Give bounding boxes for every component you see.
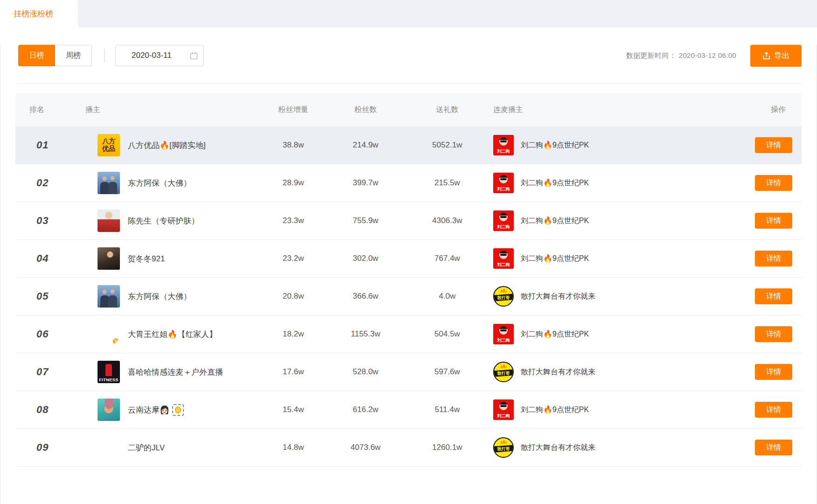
co-broadcaster-name: 散打大舞台有才你就来 [521,292,595,301]
rank-number: 02 [36,177,49,189]
broadcaster-name-text: 东方阿保（大佛） [128,178,191,189]
co-broadcaster-avatar: 散打哥 [493,437,514,458]
tab-strip: 挂榜涨粉榜 [0,0,817,28]
daily-rank-button[interactable]: 日榜 [18,45,55,66]
fans-gain-value: 38.8w [262,140,325,150]
header-fans-total: 粉丝数 [325,105,406,115]
tab-fans-growth-ranking[interactable]: 挂榜涨粉榜 [0,0,78,28]
table-row: 03 陈先生（专研护肤） 23.3w 755.9w 4306.3w 刘二狗 刘二… [15,202,802,240]
broadcaster-name-text: 贺冬冬921 [128,253,165,264]
detail-button[interactable]: 详情 [755,251,792,266]
ranking-table: 排名 播主 粉丝增量 粉丝数 送礼数 连麦播主 操作 01 八方 优品 八方优品… [15,93,802,467]
broadcaster-avatar [98,399,120,421]
detail-button[interactable]: 详情 [755,364,792,380]
table-row: 05 东方阿保（大佛） 20.8w 366.6w 4.0w 散打哥 散打大舞台有… [15,278,802,315]
co-broadcaster-avatar-text: 刘二狗 [493,148,514,154]
gifts-value: 1260.1w [406,443,488,452]
fans-gain-value: 14.8w [262,443,325,452]
rank-number: 03 [36,215,49,226]
header-action: 操作 [693,105,802,115]
broadcaster-name: 二驴的JLV [128,442,165,453]
tab-title: 挂榜涨粉榜 [14,8,53,19]
content-panel: 日榜 周榜 数据更新时间：2020-03-12 06:00 导出 [0,44,817,504]
broadcaster-name: 喜哈哈情感连麦＋户外直播 [128,367,223,378]
broadcaster-name: 贺冬冬921 [128,253,165,264]
export-icon [762,52,770,60]
header-rank: 排名 [15,105,70,115]
table-row: 09 二驴的JLV 14.8w 4073.6w 1260.1w 散打哥 散打大舞… [15,429,802,467]
rank-number: 05 [36,290,49,302]
detail-button[interactable]: 详情 [755,213,792,229]
broadcaster-name-text: 八方优品🔥[脚踏实地] [128,140,206,151]
filter-right: 数据更新时间：2020-03-12 06:00 导出 [626,45,802,67]
rank-number: 08 [36,404,49,415]
vertical-divider [104,49,105,63]
header-gifts: 送礼数 [406,105,488,115]
export-button[interactable]: 导出 [750,45,802,67]
update-time-label: 数据更新时间： [626,51,676,59]
broadcaster-name-text: 云南达摩👩🏻 [128,405,169,415]
table-row: 01 八方 优品 八方优品🔥[脚踏实地] 38.8w 214.9w 5052.1… [15,126,802,164]
gifts-value: 767.4w [406,254,488,263]
gifts-value: 4.0w [406,292,488,301]
fans-total-value: 4073.6w [325,443,406,452]
broadcaster-name-text: 东方阿保（大佛） [128,291,191,302]
verified-badge-icon: V [112,337,120,345]
co-broadcaster-avatar: 刘二狗 [493,135,514,155]
calendar-icon[interactable] [190,52,198,60]
gifts-value: 504.5w [406,329,488,339]
data-update-time: 数据更新时间：2020-03-12 06:00 [626,51,736,60]
fans-total-value: 214.9w [325,140,406,150]
broadcaster-name-text: 陈先生（专研护肤） [128,216,199,226]
co-broadcaster-avatar: 刘二狗 [493,248,514,269]
header-co-broadcaster: 连麦播主 [488,105,693,115]
detail-button[interactable]: 详情 [755,402,792,418]
co-broadcaster-avatar: 刘二狗 [493,399,514,420]
co-broadcaster-avatar: 散打哥 [493,362,514,382]
broadcaster-avatar: 八方 优品 [98,134,120,156]
detail-button[interactable]: 详情 [755,175,792,191]
gifts-value: 4306.3w [406,216,488,225]
co-broadcaster-avatar: 刘二狗 [493,173,514,193]
broadcaster-name: 东方阿保（大佛） [128,291,191,302]
detail-button[interactable]: 详情 [755,440,792,455]
broadcaster-name: 东方阿保（大佛） [128,178,191,189]
fans-total-value: 302.0w [325,254,406,263]
co-broadcaster-avatar-text: 散打哥 [494,446,513,452]
gifts-value: 511.4w [406,405,488,414]
broadcaster-avatar [98,285,120,308]
gifts-value: 597.6w [406,367,488,377]
co-broadcaster-name: 刘二狗🔥9点世纪PK [521,254,589,264]
header-broadcaster: 播主 [70,105,262,115]
rank-number: 06 [36,328,49,340]
detail-button[interactable]: 详情 [755,288,792,304]
co-broadcaster-avatar: 散打哥 [493,286,514,307]
co-broadcaster-name: 刘二狗🔥9点世纪PK [521,140,589,150]
weekly-rank-button[interactable]: 周榜 [55,45,92,66]
co-broadcaster-avatar: 刘二狗 [493,210,514,231]
fans-gain-value: 18.2w [262,329,325,339]
broadcaster-name-text: 大胃王红姐🔥【红家人】 [128,329,217,340]
detail-button[interactable]: 详情 [755,326,792,342]
co-broadcaster-avatar: 刘二狗 [493,324,514,344]
broadcaster-name: 云南达摩👩🏻 [128,404,184,416]
broadcaster-name: 八方优品🔥[脚踏实地] [128,140,206,151]
co-broadcaster-avatar-text: 散打哥 [494,295,513,301]
table-row: 08 云南达摩👩🏻 15.4w 616.2w 511.4w 刘二狗 刘二狗🔥9点… [15,391,802,429]
co-broadcaster-name: 刘二狗🔥9点世纪PK [521,405,589,415]
table-row: 04 贺冬冬921 23.2w 302.0w 767.4w 刘二狗 刘二狗🔥9点… [15,240,802,278]
co-broadcaster-avatar-text: 刘二狗 [493,224,514,230]
missing-emoji-box-icon [172,404,184,416]
broadcaster-name: 大胃王红姐🔥【红家人】 [128,329,217,340]
co-broadcaster-avatar-text: 刘二狗 [493,413,514,419]
detail-button[interactable]: 详情 [755,137,792,153]
broadcaster-name-text: 二驴的JLV [128,442,165,453]
co-broadcaster-name: 刘二狗🔥9点世纪PK [521,178,589,188]
co-broadcaster-name: 刘二狗🔥9点世纪PK [521,216,589,226]
co-broadcaster-avatar-text: 刘二狗 [493,186,514,192]
fans-total-value: 399.7w [325,178,406,188]
export-label: 导出 [774,50,790,61]
fans-gain-value: 23.3w [262,216,325,225]
fans-total-value: 528.0w [325,367,406,377]
update-time-value: 2020-03-12 06:00 [679,51,736,59]
